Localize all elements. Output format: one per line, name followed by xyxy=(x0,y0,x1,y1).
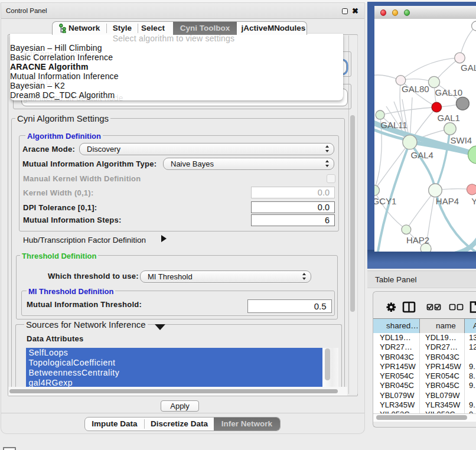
svg-text:GAL: GAL xyxy=(461,63,476,73)
svg-text:SWI4: SWI4 xyxy=(450,135,472,145)
svg-text:HAP4: HAP4 xyxy=(435,196,458,206)
svg-text:GAL4: GAL4 xyxy=(410,150,433,160)
svg-text:GAL80: GAL80 xyxy=(402,84,429,94)
svg-text:HAP2: HAP2 xyxy=(406,235,429,245)
svg-text:GAL1: GAL1 xyxy=(437,113,459,123)
svg-text:GCY1: GCY1 xyxy=(374,196,396,206)
svg-text:GAL10: GAL10 xyxy=(435,87,462,97)
svg-text:GAL11: GAL11 xyxy=(380,120,407,130)
svg-text:Y: Y xyxy=(471,196,476,206)
